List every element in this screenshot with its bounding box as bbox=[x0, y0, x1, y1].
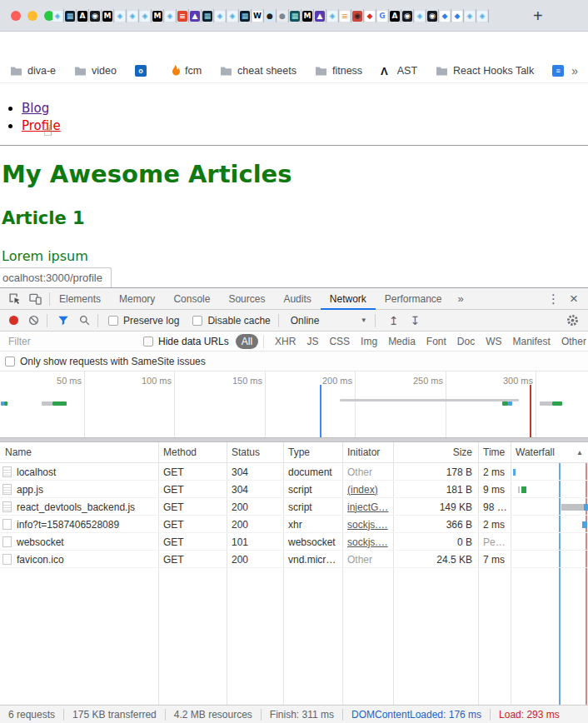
request-initiator-link[interactable]: (index) bbox=[342, 484, 393, 496]
filter-pill[interactable]: Other bbox=[561, 336, 586, 347]
column-header-name[interactable]: Name bbox=[0, 446, 158, 458]
new-tab-button[interactable]: + bbox=[533, 5, 543, 27]
browser-tab[interactable]: ◈ bbox=[227, 9, 239, 22]
device-toolbar-button[interactable] bbox=[29, 292, 42, 305]
clear-network-log-button[interactable] bbox=[28, 315, 39, 326]
browser-tab[interactable]: ≡ bbox=[177, 9, 189, 22]
table-row[interactable]: websocket GET 101 websocket sockjs.… 0 B… bbox=[0, 533, 588, 551]
bookmark-outlook[interactable]: o bbox=[135, 65, 152, 77]
browser-tab[interactable]: ● bbox=[277, 9, 289, 22]
bookmark-folder-diva-e[interactable]: diva-e bbox=[10, 65, 56, 77]
browser-tab[interactable]: ◈ bbox=[476, 9, 489, 22]
column-header-type[interactable]: Type bbox=[283, 446, 342, 458]
browser-tab[interactable]: ▦ bbox=[289, 9, 301, 22]
browser-tab[interactable]: ◆ bbox=[451, 9, 464, 22]
search-button[interactable] bbox=[79, 315, 90, 326]
more-tabs-button[interactable]: » bbox=[451, 292, 471, 305]
column-header-initiator[interactable]: Initiator bbox=[342, 446, 393, 458]
network-filter-input[interactable] bbox=[7, 335, 132, 348]
browser-tab[interactable]: W bbox=[252, 9, 264, 22]
bookmark-folder-video[interactable]: video bbox=[74, 65, 117, 77]
column-header-method[interactable]: Method bbox=[158, 446, 227, 458]
filter-pill[interactable]: JS bbox=[306, 336, 318, 347]
browser-tab[interactable]: ● bbox=[264, 9, 277, 22]
bookmark-blue-doc[interactable]: ≡ bbox=[552, 65, 569, 77]
filter-pill[interactable]: XHR bbox=[275, 336, 296, 347]
browser-tab[interactable]: ◉ bbox=[89, 9, 102, 22]
request-initiator-link[interactable]: sockjs.… bbox=[342, 536, 393, 548]
table-row[interactable]: localhost GET 304 document Other 178 B 2… bbox=[0, 463, 588, 481]
filter-pill[interactable]: WS bbox=[486, 336, 501, 347]
browser-tab[interactable]: ◉ bbox=[426, 9, 439, 22]
browser-tab[interactable]: ◈ bbox=[414, 9, 426, 22]
browser-tab[interactable]: ▦ bbox=[202, 9, 214, 22]
blog-link[interactable]: Blog bbox=[22, 101, 49, 116]
table-row[interactable]: info?t=1587406528089 GET 200 xhr sockjs.… bbox=[0, 516, 588, 533]
column-header-waterfall[interactable]: Waterfall ▲ bbox=[511, 446, 588, 458]
table-row[interactable]: react_devtools_backend.js GET 200 script… bbox=[0, 498, 588, 516]
devtools-close-button[interactable]: × bbox=[567, 288, 588, 310]
throttling-select[interactable]: Online ▼ bbox=[291, 315, 367, 327]
browser-tab[interactable]: G bbox=[376, 9, 389, 22]
close-window-button[interactable] bbox=[11, 11, 21, 21]
bookmark-folder-react-hooks-talk[interactable]: React Hooks Talk bbox=[436, 65, 534, 77]
inspect-element-button[interactable] bbox=[8, 292, 21, 305]
filter-pill-all[interactable]: All bbox=[236, 334, 258, 349]
browser-tab[interactable]: M bbox=[102, 9, 114, 22]
filter-pill[interactable]: Font bbox=[426, 336, 446, 347]
column-header-status[interactable]: Status bbox=[227, 446, 283, 458]
browser-tab[interactable]: M bbox=[152, 9, 164, 22]
table-row[interactable]: favicon.ico GET 200 vnd.micr… Other 24.5… bbox=[0, 551, 588, 568]
browser-tab[interactable]: ≡ bbox=[339, 9, 351, 22]
browser-tab[interactable]: ◆ bbox=[364, 9, 376, 22]
filter-pill[interactable]: Manifest bbox=[513, 336, 551, 347]
filter-pill[interactable]: Img bbox=[361, 336, 377, 347]
disable-cache-checkbox[interactable] bbox=[192, 316, 202, 326]
browser-tab[interactable]: ◆ bbox=[439, 9, 451, 22]
request-initiator-link[interactable]: injectG… bbox=[342, 501, 393, 513]
preserve-log-checkbox[interactable] bbox=[108, 316, 118, 326]
profile-link[interactable]: Profile bbox=[22, 118, 61, 133]
table-row[interactable]: app.js GET 304 script (index) 181 B 9 ms bbox=[0, 481, 588, 498]
bookmark-folder-fitness[interactable]: fitness bbox=[315, 65, 362, 77]
network-overview-timeline[interactable]: 50 ms 100 ms 150 ms 200 ms 2 bbox=[0, 371, 588, 437]
bookmark-fcm[interactable]: fcm bbox=[170, 65, 202, 77]
browser-tab[interactable]: ◉ bbox=[401, 9, 414, 22]
column-header-time[interactable]: Time bbox=[478, 446, 511, 458]
devtools-tab-sources[interactable]: Sources bbox=[219, 288, 274, 310]
filter-pill[interactable]: Media bbox=[388, 336, 416, 347]
browser-tab[interactable]: ◈ bbox=[139, 9, 152, 22]
column-header-size[interactable]: Size bbox=[393, 446, 478, 458]
devtools-tab-network[interactable]: Network bbox=[321, 288, 376, 310]
browser-tab[interactable]: ◈ bbox=[127, 9, 139, 22]
browser-tab[interactable]: ◈ bbox=[214, 9, 227, 22]
devtools-tab-memory[interactable]: Memory bbox=[110, 288, 164, 310]
devtools-tab-elements[interactable]: Elements bbox=[50, 288, 110, 310]
browser-tab[interactable]: ◈ bbox=[114, 9, 127, 22]
browser-tab[interactable]: ▦ bbox=[64, 9, 77, 22]
browser-tab[interactable]: ▦ bbox=[239, 9, 252, 22]
filter-pill[interactable]: Doc bbox=[457, 336, 475, 347]
devtools-tab-audits[interactable]: Audits bbox=[274, 288, 320, 310]
devtools-tab-performance[interactable]: Performance bbox=[376, 288, 451, 310]
record-network-log-button[interactable] bbox=[9, 316, 18, 325]
browser-tab[interactable]: ◉ bbox=[351, 9, 364, 22]
browser-tab[interactable]: A bbox=[389, 9, 401, 22]
export-har-button[interactable]: ↧ bbox=[410, 314, 420, 327]
bookmarks-overflow-button[interactable]: » bbox=[571, 64, 578, 77]
import-har-button[interactable]: ↥ bbox=[389, 314, 399, 327]
filter-toggle-button[interactable] bbox=[57, 315, 69, 326]
browser-tab[interactable]: ▲ bbox=[189, 9, 202, 22]
bookmark-folder-cheat-sheets[interactable]: cheat sheets bbox=[220, 65, 296, 77]
hide-data-urls-checkbox[interactable] bbox=[143, 337, 153, 347]
browser-tab[interactable]: ◈ bbox=[52, 9, 64, 22]
bookmark-ast[interactable]: Λ AST bbox=[381, 65, 417, 77]
request-initiator-link[interactable]: sockjs.… bbox=[342, 519, 393, 531]
browser-tab[interactable]: A bbox=[77, 9, 89, 22]
browser-tab[interactable]: M bbox=[301, 9, 314, 22]
browser-tab[interactable]: ◈ bbox=[326, 9, 339, 22]
browser-tab[interactable]: ▲ bbox=[314, 9, 326, 22]
devtools-tab-console[interactable]: Console bbox=[164, 288, 219, 310]
minimize-window-button[interactable] bbox=[27, 11, 37, 21]
browser-tab[interactable]: ◈ bbox=[464, 9, 476, 22]
